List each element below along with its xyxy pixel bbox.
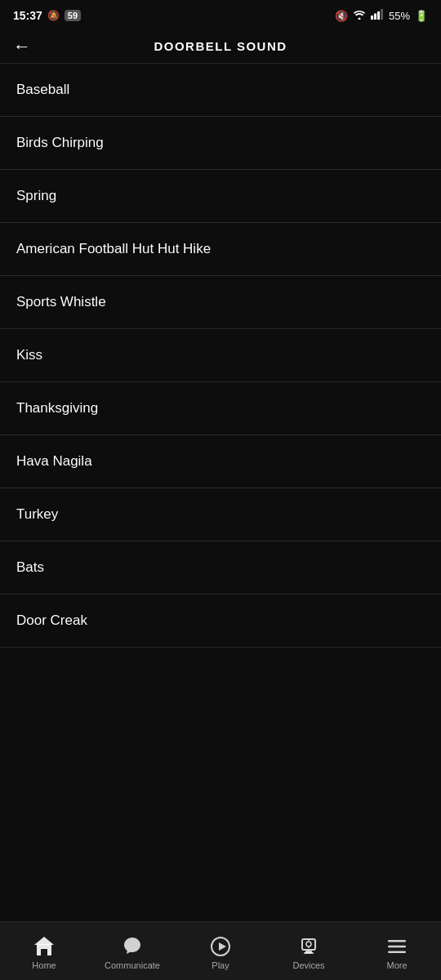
nav-label-home: Home (32, 960, 56, 970)
svg-rect-3 (381, 9, 383, 20)
svg-rect-5 (41, 949, 47, 956)
bottom-nav: Home Communicate Play (0, 921, 441, 980)
back-button[interactable]: ← (13, 38, 31, 56)
nav-label-devices: Devices (292, 960, 324, 970)
nav-label-play: Play (212, 960, 229, 970)
status-left: 15:37 🔕 59 (13, 9, 81, 22)
status-time: 15:37 (13, 9, 42, 22)
status-bar: 15:37 🔕 59 🔇 55% 🔋 (0, 0, 441, 29)
status-notification-icon: 🔕 (47, 10, 60, 21)
svg-marker-6 (34, 937, 54, 945)
list-item[interactable]: Baseball (0, 64, 441, 117)
svg-rect-15 (388, 940, 406, 942)
nav-label-communicate: Communicate (105, 960, 160, 970)
list-item[interactable]: Birds Chirping (0, 117, 441, 170)
status-right: 🔇 55% 🔋 (335, 9, 428, 22)
list-item[interactable]: Kiss (0, 329, 441, 382)
list-item[interactable]: Bats (0, 541, 441, 595)
list-item[interactable]: Sports Whistle (0, 276, 441, 329)
list-item[interactable]: Thanksgiving (0, 382, 441, 435)
svg-rect-1 (374, 14, 376, 20)
nav-item-home[interactable]: Home (11, 936, 77, 970)
play-icon (210, 936, 231, 957)
communicate-icon (122, 936, 143, 957)
nav-label-more: More (386, 960, 407, 970)
sound-list-container: BaseballBirds ChirpingSpringAmerican Foo… (0, 64, 441, 713)
sound-list: BaseballBirds ChirpingSpringAmerican Foo… (0, 64, 441, 648)
nav-item-more[interactable]: More (364, 936, 430, 970)
svg-rect-11 (304, 952, 314, 954)
home-icon (33, 936, 55, 957)
battery-percent: 55% (389, 10, 410, 22)
list-item[interactable]: Door Creak (0, 595, 441, 648)
wifi-icon (353, 9, 366, 22)
list-item[interactable]: Spring (0, 170, 441, 223)
svg-rect-16 (388, 945, 406, 947)
mute-icon: 🔇 (335, 10, 348, 22)
svg-point-12 (306, 942, 311, 947)
nav-item-play[interactable]: Play (188, 936, 253, 970)
svg-rect-17 (388, 951, 406, 953)
list-item[interactable]: Hava Nagila (0, 435, 441, 488)
status-badge: 59 (65, 10, 81, 21)
battery-icon: 🔋 (415, 10, 428, 22)
more-icon (386, 936, 408, 957)
list-item[interactable]: American Football Hut Hut Hike (0, 223, 441, 276)
nav-item-devices[interactable]: Devices (276, 936, 341, 970)
page-title: DOORBELL SOUND (154, 39, 287, 53)
svg-rect-2 (377, 11, 380, 20)
signal-icon (371, 9, 384, 22)
svg-marker-8 (219, 942, 226, 951)
devices-icon (298, 936, 319, 957)
list-item[interactable]: Turkey (0, 488, 441, 541)
nav-item-communicate[interactable]: Communicate (100, 936, 165, 970)
svg-rect-0 (371, 16, 373, 20)
header: ← DOORBELL SOUND (0, 29, 441, 64)
